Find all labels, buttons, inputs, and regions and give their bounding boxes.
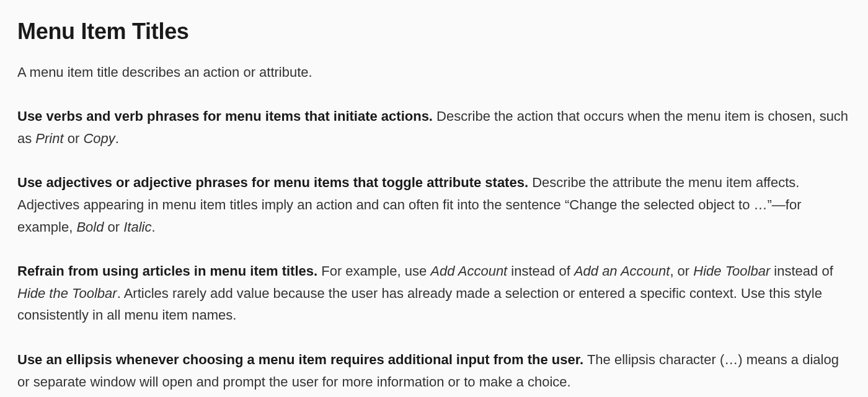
guideline-3-lead: Refrain from using articles in menu item… <box>17 263 317 279</box>
guideline-3-term-1: Add Account <box>430 263 507 279</box>
guideline-2-term-1: Bold <box>76 219 104 235</box>
guideline-3-term-2: Add an Account <box>574 263 670 279</box>
guideline-4: Use an ellipsis whenever choosing a menu… <box>17 349 851 393</box>
guideline-3-body-5: . Articles rarely add value because the … <box>17 286 822 323</box>
guideline-2-lead: Use adjectives or adjective phrases for … <box>17 175 528 190</box>
guideline-2-term-2: Italic <box>123 219 151 235</box>
guideline-1-term-2: Copy <box>83 131 115 146</box>
guideline-3-term-4: Hide the Toolbar <box>17 286 117 301</box>
guideline-1-lead: Use verbs and verb phrases for menu item… <box>17 108 433 124</box>
guideline-3: Refrain from using articles in menu item… <box>17 260 851 326</box>
guideline-3-body-2: instead of <box>507 263 574 279</box>
intro-text: A menu item title describes an action or… <box>17 62 851 83</box>
guideline-2: Use adjectives or adjective phrases for … <box>17 172 851 238</box>
guideline-4-lead: Use an ellipsis whenever choosing a menu… <box>17 352 583 367</box>
guideline-1-term-1: Print <box>35 131 63 146</box>
guideline-1-body-2: or <box>64 131 84 146</box>
guideline-3-term-3: Hide Toolbar <box>693 263 770 279</box>
page-title: Menu Item Titles <box>17 19 851 45</box>
guideline-3-body-1: For example, use <box>317 263 430 279</box>
guideline-3-body-4: instead of <box>770 263 833 279</box>
guideline-2-body-2: or <box>104 219 123 235</box>
guideline-1: Use verbs and verb phrases for menu item… <box>17 105 851 149</box>
guideline-1-body-3: . <box>115 131 119 146</box>
guideline-3-body-3: , or <box>670 263 693 279</box>
guideline-2-body-3: . <box>151 219 155 235</box>
